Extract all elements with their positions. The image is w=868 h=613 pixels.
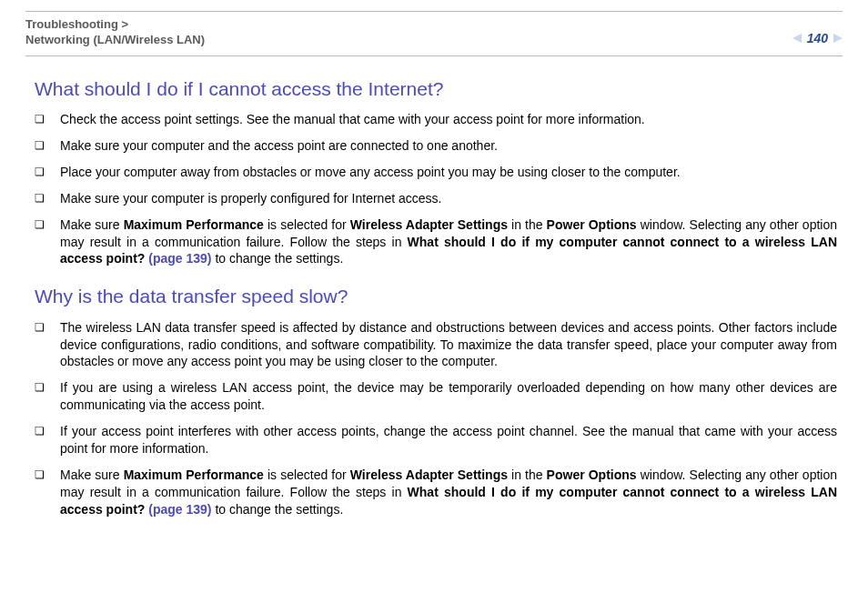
list-item: ❏ Check the access point settings. See t… (35, 111, 837, 128)
list-item: ❏ If your access point interferes with o… (35, 423, 837, 457)
list-item-text: If you are using a wireless LAN access p… (60, 379, 837, 414)
breadcrumb-separator: > (121, 17, 128, 31)
next-page-icon[interactable] (833, 34, 843, 43)
bullet-icon: ❏ (35, 319, 47, 371)
bullet-icon: ❏ (35, 379, 47, 414)
list-item: ❏ Make sure Maximum Performance is selec… (35, 216, 837, 268)
list-item: ❏ If you are using a wireless LAN access… (35, 379, 837, 414)
bullet-list: ❏ The wireless LAN data transfer speed i… (35, 319, 837, 518)
list-item-text: Place your computer away from obstacles … (60, 164, 837, 181)
bullet-icon: ❏ (35, 467, 47, 518)
page-number-nav: 140 (792, 30, 843, 47)
breadcrumb-subsection: Networking (LAN/Wireless LAN) (25, 33, 205, 46)
list-item: ❏ Make sure Maximum Performance is selec… (35, 467, 837, 518)
list-item: ❏ Make sure your computer is properly co… (35, 190, 837, 207)
list-item-text: Make sure your computer is properly conf… (60, 190, 837, 207)
bullet-icon: ❏ (35, 423, 47, 457)
section-heading: Why is the data transfer speed slow? (35, 284, 837, 309)
list-item-text: If your access point interferes with oth… (60, 423, 837, 457)
page-header: Troubleshooting > Networking (LAN/Wirele… (25, 11, 843, 48)
list-item-text: Make sure your computer and the access p… (60, 137, 837, 155)
bullet-icon: ❏ (35, 190, 47, 207)
bullet-icon: ❏ (35, 164, 47, 181)
breadcrumb: Troubleshooting > Networking (LAN/Wirele… (25, 17, 205, 48)
list-item-text: Make sure Maximum Performance is selecte… (60, 467, 837, 518)
bullet-icon: ❏ (35, 111, 47, 128)
document-page: Troubleshooting > Networking (LAN/Wirele… (0, 0, 868, 613)
list-item-text: Make sure Maximum Performance is selecte… (60, 216, 837, 268)
list-item: ❏ Make sure your computer and the access… (35, 137, 837, 155)
page-number: 140 (807, 30, 828, 47)
list-item-text: Check the access point settings. See the… (60, 111, 837, 128)
list-item: ❏ Place your computer away from obstacle… (35, 164, 837, 181)
bullet-icon: ❏ (35, 216, 47, 268)
section-heading: What should I do if I cannot access the … (35, 76, 837, 102)
list-item-text: The wireless LAN data transfer speed is … (60, 319, 837, 371)
bullet-icon: ❏ (35, 137, 47, 155)
list-item: ❏ The wireless LAN data transfer speed i… (35, 319, 837, 371)
bullet-list: ❏ Check the access point settings. See t… (35, 111, 837, 267)
breadcrumb-section: Troubleshooting (25, 17, 118, 31)
prev-page-icon[interactable] (792, 34, 802, 43)
header-divider (25, 55, 843, 56)
page-content: What should I do if I cannot access the … (25, 76, 843, 518)
